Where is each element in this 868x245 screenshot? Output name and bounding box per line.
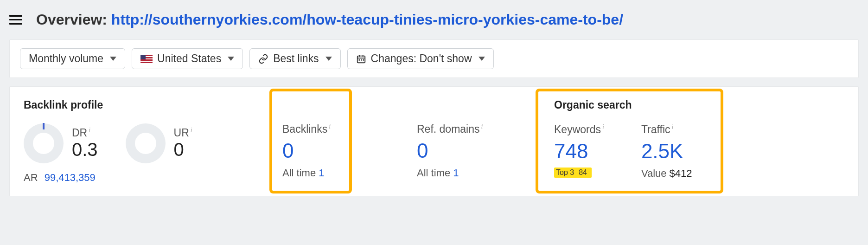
svg-rect-5 — [361, 59, 362, 60]
dr-metric[interactable]: DRi 0.3 — [24, 123, 98, 163]
changes-label: Changes: Don't show — [371, 52, 472, 65]
chevron-down-icon — [479, 57, 485, 61]
ur-donut-icon — [126, 123, 166, 163]
changes-dropdown[interactable]: Changes: Don't show — [347, 48, 494, 69]
info-icon[interactable]: i — [672, 123, 674, 130]
keywords-value: 748 — [554, 140, 604, 163]
overview-panel: Backlink profile DRi 0.3 URi 0 AR 99,413… — [9, 86, 859, 196]
calendar-icon — [356, 54, 366, 64]
keywords-top3-chip[interactable]: Top 384 — [554, 168, 592, 178]
best-links-label: Best links — [273, 52, 319, 65]
ur-metric[interactable]: URi 0 — [126, 123, 192, 163]
keywords-label: Keywordsi — [554, 123, 604, 136]
dr-value: 0.3 — [72, 139, 98, 160]
country-label: United States — [157, 52, 221, 65]
ar-value: 99,413,359 — [45, 172, 96, 183]
info-icon[interactable]: i — [329, 123, 331, 130]
info-icon[interactable]: i — [602, 123, 604, 130]
ar-label: AR — [24, 172, 38, 183]
flag-us-icon — [140, 55, 153, 63]
chevron-down-icon — [110, 57, 116, 61]
svg-rect-4 — [358, 59, 360, 60]
dr-label: DRi — [72, 127, 98, 139]
backlinks-label: Backlinksi — [282, 123, 391, 135]
best-links-dropdown[interactable]: Best links — [249, 48, 340, 69]
volume-label: Monthly volume — [29, 52, 103, 65]
traffic-value: 2.5K — [641, 140, 692, 163]
title-prefix: Overview: — [36, 11, 111, 28]
page-header: Overview: http://southernyorkies.com/how… — [0, 0, 868, 39]
info-icon[interactable]: i — [89, 127, 90, 134]
refdomains-value: 0 — [417, 139, 525, 162]
page-title: Overview: http://southernyorkies.com/how… — [36, 11, 623, 28]
svg-rect-6 — [363, 59, 364, 60]
ur-value: 0 — [174, 139, 192, 160]
traffic-metric[interactable]: Traffici 2.5K Value$412 — [641, 123, 692, 180]
backlinks-value: 0 — [282, 139, 391, 162]
refdomains-label: Ref. domainsi — [417, 123, 525, 135]
overview-url-link[interactable]: http://southernyorkies.com/how-teacup-ti… — [111, 11, 623, 28]
toolbar-panel: Monthly volume United States Best links … — [9, 39, 859, 78]
toolbar: Monthly volume United States Best links … — [10, 40, 858, 77]
chevron-down-icon — [326, 57, 332, 61]
traffic-value-sub: Value$412 — [641, 168, 692, 180]
ar-metric[interactable]: AR 99,413,359 — [24, 172, 258, 184]
menu-icon[interactable] — [9, 15, 22, 25]
info-icon[interactable]: i — [481, 123, 483, 130]
organic-search-title: Organic search — [554, 99, 692, 111]
organic-search-section: Organic search Keywordsi 748 Top 384 Tra… — [538, 99, 703, 184]
chevron-down-icon — [228, 57, 234, 61]
country-dropdown[interactable]: United States — [132, 48, 243, 69]
ur-label: URi — [174, 127, 192, 139]
backlinks-metric[interactable]: Backlinksi 0 All time1 — [269, 99, 404, 184]
backlink-profile-section: Backlink profile DRi 0.3 URi 0 AR 99,413… — [10, 99, 269, 184]
dr-donut-icon — [24, 123, 64, 163]
link-icon — [258, 54, 268, 64]
backlinks-sub: All time1 — [282, 167, 391, 179]
info-icon[interactable]: i — [191, 127, 192, 134]
keywords-metric[interactable]: Keywordsi 748 Top 384 — [554, 123, 604, 180]
refdomains-sub: All time1 — [417, 167, 525, 179]
traffic-label: Traffici — [641, 123, 692, 136]
volume-dropdown[interactable]: Monthly volume — [20, 48, 125, 69]
backlink-profile-title: Backlink profile — [24, 99, 258, 111]
refdomains-metric[interactable]: Ref. domainsi 0 All time1 — [404, 99, 538, 184]
